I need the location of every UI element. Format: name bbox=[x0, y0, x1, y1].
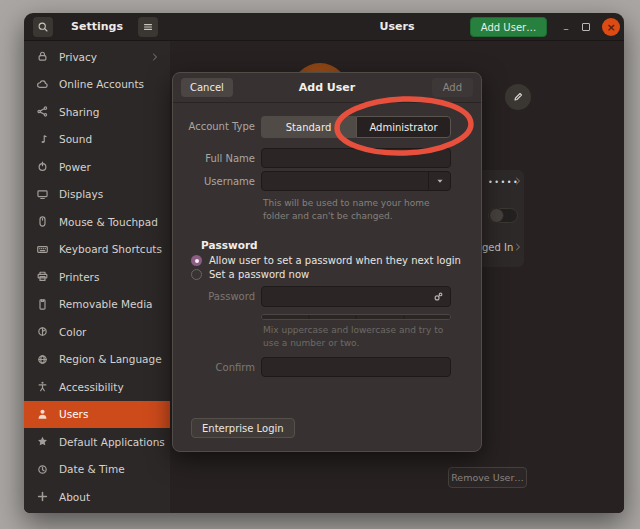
radio-set-now[interactable]: Set a password now bbox=[191, 269, 309, 280]
sidebar-item-mouse-touchpad[interactable]: Mouse & Touchpad bbox=[24, 208, 170, 236]
add-user-button[interactable]: Add User… bbox=[470, 17, 547, 37]
sidebar-item-label: Sound bbox=[59, 133, 92, 145]
clock-icon bbox=[36, 463, 49, 476]
full-name-input[interactable] bbox=[261, 148, 451, 168]
chevron-right-icon bbox=[513, 242, 523, 252]
password-hint-text: Mix uppercase and lowercase and try to u… bbox=[263, 324, 453, 349]
radio-next-login[interactable]: Allow user to set a password when they n… bbox=[191, 255, 461, 266]
radio-set-now-label: Set a password now bbox=[209, 269, 309, 280]
lock-icon bbox=[36, 50, 49, 63]
maximize-button[interactable] bbox=[582, 23, 590, 31]
cancel-button[interactable]: Cancel bbox=[181, 78, 233, 97]
sidebar-item-sharing[interactable]: Sharing bbox=[24, 98, 170, 126]
settings-window: Settings Users Add User… – × PrivacyOnli… bbox=[24, 13, 624, 513]
power-icon bbox=[36, 160, 49, 173]
username-dropdown-button[interactable] bbox=[428, 172, 450, 190]
page-title: Users bbox=[170, 20, 624, 33]
keyboard-icon bbox=[36, 243, 49, 256]
password-section-heading: Password bbox=[201, 239, 258, 251]
sidebar-item-date-time[interactable]: Date & Time bbox=[24, 456, 170, 484]
username-combo[interactable] bbox=[261, 171, 451, 191]
about-icon bbox=[36, 490, 49, 503]
chevron-right-icon bbox=[150, 52, 160, 62]
cloud-icon bbox=[36, 78, 49, 91]
sidebar-item-color[interactable]: Color bbox=[24, 318, 170, 346]
sidebar: PrivacyOnline AccountsSharingSoundPowerD… bbox=[24, 41, 170, 513]
sidebar-item-privacy[interactable]: Privacy bbox=[24, 43, 170, 71]
sidebar-item-label: Displays bbox=[59, 188, 103, 200]
enterprise-login-button[interactable]: Enterprise Login bbox=[191, 418, 295, 438]
pencil-icon bbox=[512, 91, 524, 103]
remove-user-button[interactable]: Remove User… bbox=[448, 467, 527, 488]
sidebar-item-label: Accessibility bbox=[59, 381, 124, 393]
star-icon bbox=[36, 435, 49, 448]
sidebar-item-label: Color bbox=[59, 326, 86, 338]
menu-button[interactable] bbox=[138, 17, 158, 37]
sidebar-item-label: About bbox=[59, 491, 90, 503]
add-user-dialog: Cancel Add User Add Account Type Standar… bbox=[172, 72, 482, 452]
sidebar-item-online-accounts[interactable]: Online Accounts bbox=[24, 71, 170, 99]
sidebar-item-label: Keyboard Shortcuts bbox=[59, 243, 162, 255]
printer-icon bbox=[36, 270, 49, 283]
sidebar-item-users[interactable]: Users bbox=[24, 401, 170, 429]
confirm-input[interactable] bbox=[261, 357, 451, 377]
hamburger-icon bbox=[142, 21, 154, 33]
minimize-button[interactable]: – bbox=[558, 19, 574, 35]
sidebar-item-label: Region & Language bbox=[59, 353, 162, 365]
sidebar-item-label: Users bbox=[59, 408, 88, 420]
close-icon: × bbox=[606, 22, 615, 33]
sidebar-item-printers[interactable]: Printers bbox=[24, 263, 170, 291]
username-label: Username bbox=[179, 176, 255, 187]
display-icon bbox=[36, 188, 49, 201]
confirm-label: Confirm bbox=[179, 362, 255, 373]
sidebar-item-label: Power bbox=[59, 161, 91, 173]
automatic-login-toggle[interactable] bbox=[488, 208, 518, 223]
sidebar-item-label: Date & Time bbox=[59, 463, 125, 475]
sidebar-item-keyboard-shortcuts[interactable]: Keyboard Shortcuts bbox=[24, 236, 170, 264]
full-name-label: Full Name bbox=[179, 153, 255, 164]
toggle-knob bbox=[489, 208, 504, 223]
password-label: Password bbox=[179, 291, 255, 302]
sidebar-item-label: Mouse & Touchpad bbox=[59, 216, 158, 228]
username-help-text: This will be used to name your home fold… bbox=[263, 197, 453, 222]
sidebar-item-label: Printers bbox=[59, 271, 99, 283]
account-type-label: Account Type bbox=[179, 121, 255, 132]
dialog-header: Cancel Add User Add bbox=[173, 73, 481, 103]
sidebar-item-displays[interactable]: Displays bbox=[24, 181, 170, 209]
chevron-right-icon bbox=[513, 176, 523, 186]
users-icon bbox=[36, 408, 49, 421]
sidebar-item-removable-media[interactable]: Removable Media bbox=[24, 291, 170, 319]
sidebar-item-region-language[interactable]: Region & Language bbox=[24, 346, 170, 374]
globe-icon bbox=[36, 353, 49, 366]
sidebar-item-label: Default Applications bbox=[59, 436, 165, 448]
logged-in-row-label: ged In bbox=[482, 242, 513, 253]
radio-next-login-label: Allow user to set a password when they n… bbox=[209, 255, 461, 266]
account-type-administrator-button[interactable]: Administrator bbox=[356, 116, 451, 138]
password-input[interactable] bbox=[261, 286, 451, 307]
caret-down-icon bbox=[434, 175, 446, 187]
sidebar-item-default-applications[interactable]: Default Applications bbox=[24, 428, 170, 456]
edit-avatar-button[interactable] bbox=[505, 84, 531, 110]
account-type-standard-button[interactable]: Standard bbox=[261, 116, 356, 138]
close-button[interactable]: × bbox=[602, 18, 620, 36]
sidebar-item-about[interactable]: About bbox=[24, 483, 170, 511]
add-button[interactable]: Add bbox=[432, 78, 473, 97]
headerbar: Settings Users Add User… – × bbox=[24, 13, 624, 41]
share-icon bbox=[36, 105, 49, 118]
sidebar-item-power[interactable]: Power bbox=[24, 153, 170, 181]
sidebar-item-label: Removable Media bbox=[59, 298, 153, 310]
radio-unselected-icon bbox=[191, 269, 202, 280]
color-icon bbox=[36, 325, 49, 338]
sound-icon bbox=[36, 133, 49, 146]
radio-selected-icon bbox=[191, 255, 202, 266]
sidebar-item-label: Sharing bbox=[59, 106, 99, 118]
mouse-icon bbox=[36, 215, 49, 228]
sidebar-item-sound[interactable]: Sound bbox=[24, 126, 170, 154]
accessibility-icon bbox=[36, 380, 49, 393]
drive-icon bbox=[36, 298, 49, 311]
sidebar-item-label: Privacy bbox=[59, 51, 97, 63]
password-strength-meter bbox=[261, 314, 451, 320]
sidebar-item-label: Online Accounts bbox=[59, 78, 144, 90]
sidebar-item-accessibility[interactable]: Accessibility bbox=[24, 373, 170, 401]
generate-password-icon[interactable] bbox=[432, 290, 445, 303]
